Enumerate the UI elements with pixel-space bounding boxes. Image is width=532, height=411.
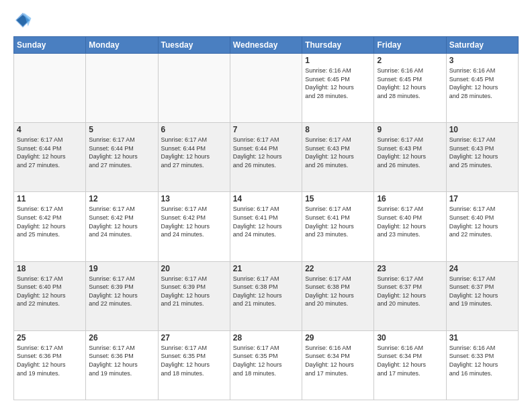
day-number: 18 xyxy=(17,264,83,273)
cell-info: Sunrise: 6:16 AM Sunset: 6:45 PM Dayligh… xyxy=(377,66,443,100)
day-number: 8 xyxy=(305,125,371,134)
calendar-cell: 19Sunrise: 6:17 AM Sunset: 6:39 PM Dayli… xyxy=(86,261,158,330)
calendar-cell: 25Sunrise: 6:17 AM Sunset: 6:36 PM Dayli… xyxy=(14,330,86,400)
day-number: 26 xyxy=(89,333,154,342)
cell-info: Sunrise: 6:17 AM Sunset: 6:36 PM Dayligh… xyxy=(89,344,154,377)
day-number: 22 xyxy=(305,264,371,273)
weekday-header-wednesday: Wednesday xyxy=(230,37,302,54)
cell-info: Sunrise: 6:17 AM Sunset: 6:41 PM Dayligh… xyxy=(305,205,371,238)
weekday-header-sunday: Sunday xyxy=(14,37,86,54)
cell-info: Sunrise: 6:16 AM Sunset: 6:34 PM Dayligh… xyxy=(305,344,371,377)
cell-info: Sunrise: 6:17 AM Sunset: 6:42 PM Dayligh… xyxy=(17,205,83,238)
cell-info: Sunrise: 6:17 AM Sunset: 6:40 PM Dayligh… xyxy=(377,205,443,238)
weekday-header-row: SundayMondayTuesdayWednesdayThursdayFrid… xyxy=(14,37,519,54)
calendar-cell: 27Sunrise: 6:17 AM Sunset: 6:35 PM Dayli… xyxy=(158,330,230,400)
day-number: 5 xyxy=(89,125,154,134)
calendar-cell: 8Sunrise: 6:17 AM Sunset: 6:43 PM Daylig… xyxy=(302,123,374,192)
day-number: 21 xyxy=(233,264,299,273)
calendar-cell: 24Sunrise: 6:17 AM Sunset: 6:37 PM Dayli… xyxy=(446,261,518,330)
day-number: 27 xyxy=(161,333,227,342)
cell-info: Sunrise: 6:16 AM Sunset: 6:45 PM Dayligh… xyxy=(305,66,371,100)
day-number: 15 xyxy=(305,194,371,203)
day-number: 19 xyxy=(89,264,154,273)
cell-info: Sunrise: 6:16 AM Sunset: 6:45 PM Dayligh… xyxy=(449,66,515,100)
day-number: 14 xyxy=(233,194,299,203)
calendar-cell: 21Sunrise: 6:17 AM Sunset: 6:38 PM Dayli… xyxy=(230,261,302,330)
cell-info: Sunrise: 6:17 AM Sunset: 6:39 PM Dayligh… xyxy=(161,275,227,308)
day-number: 7 xyxy=(233,125,299,134)
cell-info: Sunrise: 6:17 AM Sunset: 6:43 PM Dayligh… xyxy=(377,136,443,169)
week-row-5: 25Sunrise: 6:17 AM Sunset: 6:36 PM Dayli… xyxy=(14,330,519,400)
week-row-3: 11Sunrise: 6:17 AM Sunset: 6:42 PM Dayli… xyxy=(14,192,519,261)
calendar-cell: 13Sunrise: 6:17 AM Sunset: 6:42 PM Dayli… xyxy=(158,192,230,261)
week-row-2: 4Sunrise: 6:17 AM Sunset: 6:44 PM Daylig… xyxy=(14,123,519,192)
day-number: 24 xyxy=(449,264,515,273)
cell-info: Sunrise: 6:17 AM Sunset: 6:37 PM Dayligh… xyxy=(377,275,443,308)
cell-info: Sunrise: 6:17 AM Sunset: 6:43 PM Dayligh… xyxy=(449,136,515,169)
calendar-cell: 7Sunrise: 6:17 AM Sunset: 6:44 PM Daylig… xyxy=(230,123,302,192)
cell-info: Sunrise: 6:17 AM Sunset: 6:43 PM Dayligh… xyxy=(305,136,371,169)
calendar-cell: 23Sunrise: 6:17 AM Sunset: 6:37 PM Dayli… xyxy=(374,261,446,330)
cell-info: Sunrise: 6:17 AM Sunset: 6:37 PM Dayligh… xyxy=(449,275,515,308)
calendar-cell: 1Sunrise: 6:16 AM Sunset: 6:45 PM Daylig… xyxy=(302,54,374,123)
calendar-cell: 11Sunrise: 6:17 AM Sunset: 6:42 PM Dayli… xyxy=(14,192,86,261)
weekday-header-tuesday: Tuesday xyxy=(158,37,230,54)
calendar-cell: 28Sunrise: 6:17 AM Sunset: 6:35 PM Dayli… xyxy=(230,330,302,400)
page: SundayMondayTuesdayWednesdayThursdayFrid… xyxy=(0,0,532,411)
day-number: 28 xyxy=(233,333,299,342)
cell-info: Sunrise: 6:17 AM Sunset: 6:40 PM Dayligh… xyxy=(449,205,515,238)
weekday-header-thursday: Thursday xyxy=(302,37,374,54)
calendar-cell: 18Sunrise: 6:17 AM Sunset: 6:40 PM Dayli… xyxy=(14,261,86,330)
cell-info: Sunrise: 6:17 AM Sunset: 6:36 PM Dayligh… xyxy=(17,344,83,377)
calendar-cell: 26Sunrise: 6:17 AM Sunset: 6:36 PM Dayli… xyxy=(86,330,158,400)
calendar-cell xyxy=(86,54,158,123)
day-number: 3 xyxy=(449,56,515,65)
calendar-cell xyxy=(14,54,86,123)
cell-info: Sunrise: 6:17 AM Sunset: 6:42 PM Dayligh… xyxy=(89,205,154,238)
cell-info: Sunrise: 6:17 AM Sunset: 6:44 PM Dayligh… xyxy=(233,136,299,169)
day-number: 16 xyxy=(377,194,443,203)
calendar-cell xyxy=(230,54,302,123)
day-number: 30 xyxy=(377,333,443,342)
cell-info: Sunrise: 6:17 AM Sunset: 6:38 PM Dayligh… xyxy=(233,275,299,308)
calendar-cell: 12Sunrise: 6:17 AM Sunset: 6:42 PM Dayli… xyxy=(86,192,158,261)
cell-info: Sunrise: 6:17 AM Sunset: 6:38 PM Dayligh… xyxy=(305,275,371,308)
cell-info: Sunrise: 6:17 AM Sunset: 6:41 PM Dayligh… xyxy=(233,205,299,238)
day-number: 6 xyxy=(161,125,227,134)
weekday-header-monday: Monday xyxy=(86,37,158,54)
calendar-cell: 3Sunrise: 6:16 AM Sunset: 6:45 PM Daylig… xyxy=(446,54,518,123)
logo xyxy=(13,11,35,30)
day-number: 1 xyxy=(305,56,371,65)
weekday-header-friday: Friday xyxy=(374,37,446,54)
calendar-cell: 31Sunrise: 6:16 AM Sunset: 6:33 PM Dayli… xyxy=(446,330,518,400)
calendar-cell: 20Sunrise: 6:17 AM Sunset: 6:39 PM Dayli… xyxy=(158,261,230,330)
cell-info: Sunrise: 6:16 AM Sunset: 6:34 PM Dayligh… xyxy=(377,344,443,377)
day-number: 17 xyxy=(449,194,515,203)
calendar-cell: 2Sunrise: 6:16 AM Sunset: 6:45 PM Daylig… xyxy=(374,54,446,123)
calendar-cell: 16Sunrise: 6:17 AM Sunset: 6:40 PM Dayli… xyxy=(374,192,446,261)
day-number: 11 xyxy=(17,194,83,203)
calendar-cell: 29Sunrise: 6:16 AM Sunset: 6:34 PM Dayli… xyxy=(302,330,374,400)
day-number: 10 xyxy=(449,125,515,134)
calendar-cell: 30Sunrise: 6:16 AM Sunset: 6:34 PM Dayli… xyxy=(374,330,446,400)
week-row-1: 1Sunrise: 6:16 AM Sunset: 6:45 PM Daylig… xyxy=(14,54,519,123)
day-number: 31 xyxy=(449,333,515,342)
calendar-cell: 22Sunrise: 6:17 AM Sunset: 6:38 PM Dayli… xyxy=(302,261,374,330)
logo-icon xyxy=(13,11,32,30)
calendar: SundayMondayTuesdayWednesdayThursdayFrid… xyxy=(13,36,519,400)
calendar-cell: 17Sunrise: 6:17 AM Sunset: 6:40 PM Dayli… xyxy=(446,192,518,261)
day-number: 29 xyxy=(305,333,371,342)
cell-info: Sunrise: 6:17 AM Sunset: 6:35 PM Dayligh… xyxy=(161,344,227,377)
day-number: 4 xyxy=(17,125,83,134)
header xyxy=(13,11,519,30)
cell-info: Sunrise: 6:17 AM Sunset: 6:44 PM Dayligh… xyxy=(89,136,154,169)
day-number: 12 xyxy=(89,194,154,203)
day-number: 23 xyxy=(377,264,443,273)
weekday-header-saturday: Saturday xyxy=(446,37,518,54)
cell-info: Sunrise: 6:17 AM Sunset: 6:42 PM Dayligh… xyxy=(161,205,227,238)
week-row-4: 18Sunrise: 6:17 AM Sunset: 6:40 PM Dayli… xyxy=(14,261,519,330)
day-number: 2 xyxy=(377,56,443,65)
day-number: 20 xyxy=(161,264,227,273)
calendar-cell: 4Sunrise: 6:17 AM Sunset: 6:44 PM Daylig… xyxy=(14,123,86,192)
cell-info: Sunrise: 6:17 AM Sunset: 6:44 PM Dayligh… xyxy=(17,136,83,169)
